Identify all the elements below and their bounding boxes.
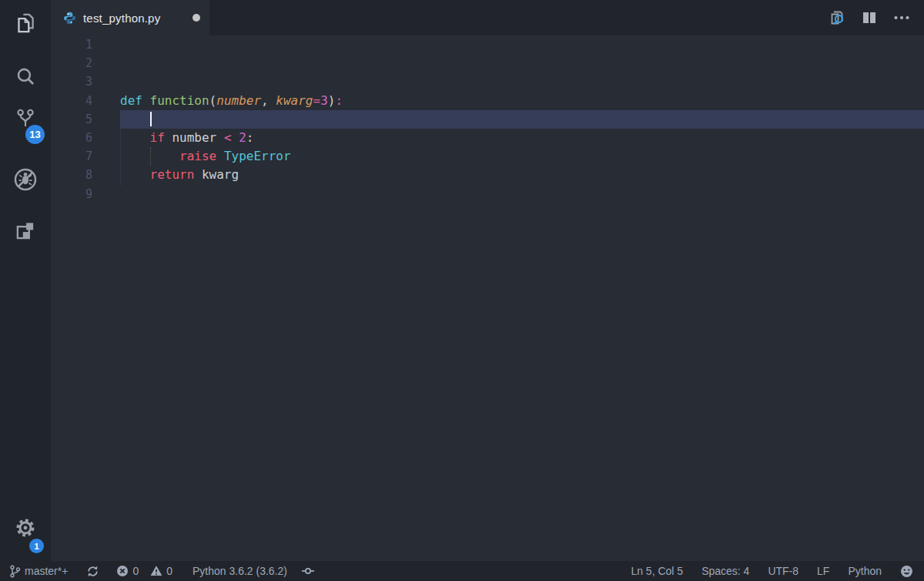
modified-indicator bbox=[192, 14, 200, 22]
code-token: < bbox=[224, 130, 232, 145]
line-number: 9 bbox=[51, 185, 120, 203]
extensions-icon bbox=[13, 219, 38, 243]
code-area[interactable]: def function(number, kwarg=3): if number… bbox=[120, 35, 924, 203]
ellipsis-icon bbox=[892, 8, 911, 27]
eol-label: LF bbox=[817, 565, 829, 577]
code-token bbox=[216, 130, 224, 145]
code-token: : bbox=[246, 130, 254, 145]
code-token: return bbox=[150, 167, 195, 182]
line-number: 3 bbox=[51, 72, 120, 91]
code-line[interactable] bbox=[120, 54, 924, 72]
code-token bbox=[142, 93, 150, 108]
warnings-count: 0 bbox=[166, 565, 172, 577]
line-number: 7 bbox=[51, 147, 120, 166]
sidebar-item-debug[interactable] bbox=[8, 164, 42, 195]
code-token: number bbox=[172, 130, 216, 145]
tab-test-python[interactable]: test_python.py bbox=[51, 0, 209, 35]
code-token bbox=[165, 130, 172, 145]
encoding-label: UTF-8 bbox=[768, 565, 798, 577]
errors-count: 0 bbox=[132, 565, 139, 577]
code-token: def bbox=[120, 93, 142, 108]
open-preview-button[interactable] bbox=[827, 8, 847, 28]
line-col-label: Ln 5, Col 5 bbox=[631, 565, 683, 577]
code-line[interactable]: def function(number, kwarg=3): bbox=[120, 92, 924, 110]
code-token: kwarg bbox=[276, 93, 313, 108]
spaces-label: Spaces: 4 bbox=[701, 565, 749, 577]
source-control-badge: 13 bbox=[25, 125, 45, 144]
split-editor-button[interactable] bbox=[859, 8, 879, 28]
tab-bar-empty-space bbox=[209, 0, 827, 35]
warnings-icon bbox=[150, 565, 162, 577]
language-mode-status[interactable]: Python bbox=[848, 561, 882, 581]
code-token: if bbox=[150, 130, 165, 145]
indentation-status[interactable]: Spaces: 4 bbox=[701, 561, 749, 581]
code-token: kwarg bbox=[202, 167, 239, 182]
encoding-status[interactable]: UTF-8 bbox=[768, 561, 798, 581]
gutter: 123456789 bbox=[51, 35, 120, 203]
git-branch-status[interactable]: master*+ bbox=[9, 561, 68, 581]
sidebar-item-explorer[interactable] bbox=[8, 8, 42, 39]
activity-bar: 13 bbox=[0, 0, 51, 561]
more-actions-button[interactable] bbox=[892, 8, 912, 28]
code-token bbox=[120, 167, 150, 182]
gear-icon bbox=[14, 517, 37, 540]
feedback-button[interactable] bbox=[900, 561, 913, 581]
code-token: ( bbox=[209, 93, 217, 108]
editor-pane[interactable]: 123456789 def function(number, kwarg=3):… bbox=[51, 35, 924, 561]
problems-status[interactable]: 0 0 bbox=[116, 561, 172, 581]
code-token bbox=[120, 149, 179, 163]
language-label: Python bbox=[848, 565, 882, 577]
no-bug-icon bbox=[12, 166, 38, 193]
tab-bar: test_python.py bbox=[51, 0, 924, 35]
code-line[interactable] bbox=[120, 185, 924, 203]
code-line[interactable]: return kwarg bbox=[120, 166, 924, 184]
sync-icon bbox=[86, 565, 99, 578]
line-number: 4 bbox=[51, 92, 120, 110]
code-token bbox=[194, 167, 202, 182]
code-token: raise bbox=[179, 149, 216, 163]
code-token: , bbox=[261, 93, 269, 108]
files-icon bbox=[13, 11, 38, 35]
code-token: number bbox=[216, 93, 261, 108]
code-token bbox=[120, 112, 150, 126]
split-editor-icon bbox=[861, 9, 878, 26]
code-token bbox=[120, 130, 150, 145]
code-token bbox=[269, 93, 276, 108]
cursor-position-status[interactable]: Ln 5, Col 5 bbox=[631, 561, 683, 581]
code-token: ) bbox=[328, 93, 336, 108]
git-branch-small-icon bbox=[9, 565, 21, 578]
sidebar-item-source-control[interactable]: 13 bbox=[8, 104, 42, 135]
python-interpreter-status[interactable]: Python 3.6.2 (3.6.2) bbox=[192, 561, 287, 581]
code-token: : bbox=[335, 93, 343, 108]
line-number: 5 bbox=[51, 110, 120, 129]
python-file-icon bbox=[63, 12, 76, 25]
eol-status[interactable]: LF bbox=[817, 561, 829, 581]
sidebar-item-extensions[interactable] bbox=[8, 216, 42, 247]
commit-status-button[interactable] bbox=[301, 561, 315, 581]
editor-actions bbox=[827, 0, 924, 35]
line-number: 1 bbox=[51, 35, 120, 54]
code-token: = bbox=[313, 93, 321, 108]
code-token: function bbox=[150, 93, 209, 108]
sync-button[interactable] bbox=[86, 561, 99, 581]
code-line[interactable]: if number < 2: bbox=[120, 129, 924, 147]
code-token bbox=[216, 149, 224, 163]
branch-name: master*+ bbox=[25, 565, 68, 577]
search-icon bbox=[13, 65, 38, 89]
preview-search-icon bbox=[828, 8, 846, 27]
code-line[interactable] bbox=[120, 110, 924, 129]
cursor bbox=[150, 112, 152, 126]
status-bar: master*+ 0 bbox=[0, 561, 924, 581]
code-line[interactable]: raise TypeError bbox=[120, 147, 924, 166]
line-number: 2 bbox=[51, 54, 120, 72]
tab-title: test_python.py bbox=[83, 12, 186, 25]
code-line[interactable] bbox=[120, 35, 924, 54]
vscode-window: 13 bbox=[0, 0, 924, 581]
code-line[interactable] bbox=[120, 72, 924, 91]
smiley-icon bbox=[900, 565, 913, 578]
line-number: 6 bbox=[51, 129, 120, 147]
code-token: 3 bbox=[320, 93, 328, 108]
sidebar-item-search[interactable] bbox=[8, 62, 42, 92]
settings-gear-button[interactable]: 1 bbox=[8, 513, 42, 544]
line-number: 8 bbox=[51, 166, 120, 184]
